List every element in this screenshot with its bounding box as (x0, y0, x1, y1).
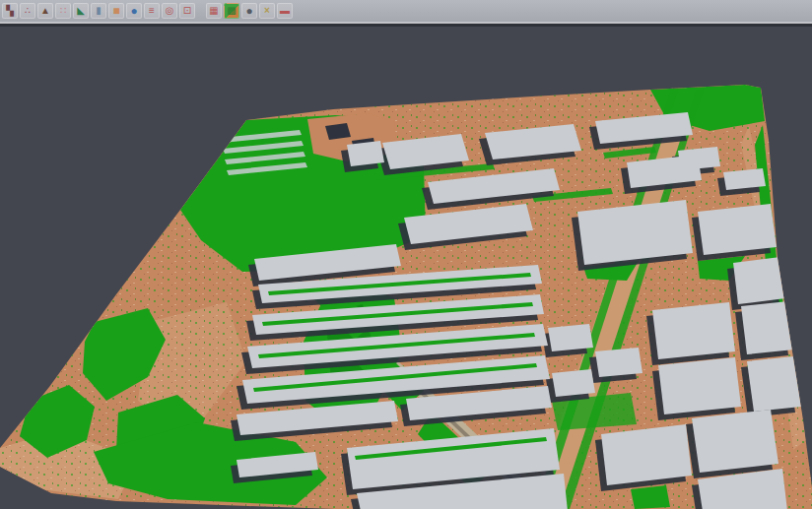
sphere-icon: ● (245, 5, 252, 17)
bars-red-icon: ▬ (280, 6, 290, 16)
toolbar-group-main: ▚ ∴ ▲ ∷ ◣ ▮ ■ ● ≡ ◎ ⊡ (1, 3, 196, 19)
viewport-3d[interactable] (0, 24, 812, 509)
list-bars-button[interactable]: ≡ (144, 3, 160, 19)
hill-surface-button[interactable]: ◣ (73, 3, 89, 19)
cut-button[interactable]: × (259, 3, 275, 19)
toolbar: ▚ ∴ ▲ ∷ ◣ ▮ ■ ● ≡ ◎ ⊡ ▦ ▩ ● × ▬ (0, 0, 812, 24)
target-button[interactable]: ◎ (162, 3, 177, 19)
terrain-icon: ▲ (40, 6, 50, 16)
grid-icon: ▦ (209, 6, 218, 16)
terrain-button[interactable]: ▲ (37, 3, 53, 19)
classification-button[interactable]: ▩ (224, 3, 239, 19)
globe-3d-icon: ● (130, 5, 137, 17)
select-region-button[interactable]: ⊡ (179, 3, 195, 19)
list-bars-icon: ≡ (149, 6, 155, 16)
cloud-maroon-icon: ▚ (6, 6, 14, 16)
points-pink-icon: ∷ (60, 6, 66, 16)
bars-red-button[interactable]: ▬ (277, 3, 293, 19)
grid-button[interactable]: ▦ (206, 3, 222, 19)
terrain-mesh (0, 27, 812, 509)
profile-view-icon: ▮ (96, 6, 102, 16)
cloud-maroon-button[interactable]: ▚ (2, 3, 18, 19)
point-cloud-scene (0, 27, 812, 509)
globe-3d-button[interactable]: ● (126, 3, 142, 19)
toolbar-group-secondary: ▦ ▩ ● × ▬ (205, 3, 294, 19)
points-pink-button[interactable]: ∷ (55, 3, 71, 19)
select-region-icon: ⊡ (183, 6, 191, 16)
target-icon: ◎ (166, 6, 174, 16)
profile-view-button[interactable]: ▮ (91, 3, 106, 19)
sphere-button[interactable]: ● (241, 3, 257, 19)
ortho-image-button[interactable]: ■ (108, 3, 124, 19)
hill-surface-icon: ◣ (77, 6, 85, 16)
colored-points-icon: ∴ (25, 6, 31, 16)
cut-icon: × (264, 6, 270, 16)
application-window: ▚ ∴ ▲ ∷ ◣ ▮ ■ ● ≡ ◎ ⊡ ▦ ▩ ● × ▬ (0, 0, 812, 509)
colored-points-button[interactable]: ∴ (20, 3, 35, 19)
ortho-image-icon: ■ (112, 5, 119, 17)
classification-icon: ▩ (227, 6, 236, 16)
